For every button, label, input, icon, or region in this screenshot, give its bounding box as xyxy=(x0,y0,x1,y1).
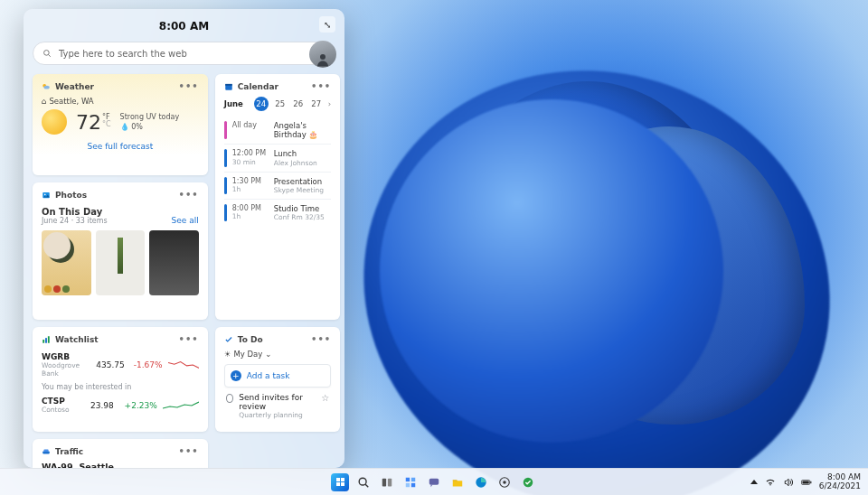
panel-clock: 8:00 AM xyxy=(159,20,209,33)
card-title: Weather xyxy=(55,82,94,91)
chevron-down-icon: ⌄ xyxy=(265,350,271,359)
avatar[interactable] xyxy=(309,41,336,68)
system-tray[interactable]: 8:00 AM 6/24/2021 xyxy=(750,473,861,491)
weather-card[interactable]: Weather ••• ⌂Seattle, WA 72 °F°C Strong … xyxy=(33,74,208,175)
battery-icon xyxy=(801,477,812,488)
sparkline-icon xyxy=(163,400,199,411)
sun-icon xyxy=(42,109,67,135)
watchlist-icon xyxy=(42,335,51,344)
checkbox-icon[interactable] xyxy=(226,394,234,403)
volume-icon xyxy=(783,477,794,488)
weather-icon xyxy=(42,82,51,91)
more-icon[interactable]: ••• xyxy=(179,81,199,91)
card-title: Calendar xyxy=(238,82,278,91)
svg-point-4 xyxy=(44,85,50,89)
traffic-route: WA-99, Seattle xyxy=(42,462,199,468)
photo-thumb[interactable] xyxy=(96,230,146,295)
expand-icon[interactable]: ⤡ xyxy=(319,16,335,33)
chevron-right-icon[interactable]: › xyxy=(328,99,331,108)
widgets-button[interactable] xyxy=(401,473,420,491)
svg-rect-10 xyxy=(45,338,47,343)
svg-rect-9 xyxy=(42,340,44,343)
photos-heading: On This Day xyxy=(42,207,108,217)
taskbar: 8:00 AM 6/24/2021 xyxy=(0,468,868,495)
widgets-panel: 8:00 AM ⤡ Type here to search the web We… xyxy=(24,9,344,468)
search-input[interactable]: Type here to search the web xyxy=(33,42,335,65)
edge-button[interactable] xyxy=(472,473,490,491)
svg-point-0 xyxy=(44,51,50,56)
todo-card[interactable]: To Do ••• ☀ My Day ⌄ + Add a task Send i… xyxy=(215,327,340,432)
svg-rect-11 xyxy=(48,336,50,343)
temperature: 72 °F°C xyxy=(76,111,111,134)
traffic-card[interactable]: Traffic ••• WA-99, Seattle Moderate traf… xyxy=(33,439,208,468)
svg-point-2 xyxy=(320,54,326,60)
svg-rect-21 xyxy=(411,482,415,486)
sparkline-icon xyxy=(168,360,199,370)
svg-rect-17 xyxy=(388,478,392,486)
svg-rect-29 xyxy=(810,481,811,482)
app-icon[interactable] xyxy=(495,473,514,491)
watchlist-card[interactable]: Watchlist ••• WGRBWoodgrove Bank 435.75 … xyxy=(33,327,208,432)
svg-rect-13 xyxy=(44,449,49,452)
calendar-event[interactable]: 1:30 PM1h PresentationSkype Meeting xyxy=(224,172,331,199)
calendar-event[interactable]: 8:00 PM1h Studio TimeConf Rm 32/35 xyxy=(224,199,331,226)
taskview-button[interactable] xyxy=(378,473,396,491)
photos-sub: June 24 · 33 items xyxy=(42,217,108,225)
todo-task[interactable]: Send invites for reviewQuarterly plannin… xyxy=(224,388,331,425)
svg-rect-20 xyxy=(406,482,410,486)
start-button[interactable] xyxy=(331,473,349,491)
photos-icon xyxy=(42,191,51,200)
search-button[interactable] xyxy=(354,473,373,491)
photo-thumbs xyxy=(42,230,199,295)
more-icon[interactable]: ••• xyxy=(311,81,331,91)
svg-rect-28 xyxy=(802,481,808,483)
svg-point-25 xyxy=(503,481,506,484)
see-all-link[interactable]: See all xyxy=(172,216,199,225)
more-icon[interactable]: ••• xyxy=(311,334,331,344)
add-task-input[interactable]: + Add a task xyxy=(224,364,331,388)
svg-line-1 xyxy=(49,55,51,57)
svg-rect-22 xyxy=(429,478,439,484)
photo-thumb[interactable] xyxy=(149,230,199,295)
plus-icon: + xyxy=(231,370,241,381)
card-title: Watchlist xyxy=(55,335,99,344)
calendar-days: June 24 25 26 27 › xyxy=(224,97,331,111)
myday-selector[interactable]: ☀ My Day ⌄ xyxy=(224,350,331,359)
calendar-events: All day Angela's Birthday 🎂 12:00 PM30 m… xyxy=(224,117,331,226)
droplet-icon: 💧 xyxy=(120,123,129,131)
todo-icon xyxy=(224,335,233,344)
calendar-icon xyxy=(224,82,233,91)
more-icon[interactable]: ••• xyxy=(179,190,199,200)
svg-point-8 xyxy=(44,193,46,195)
explorer-button[interactable] xyxy=(448,473,467,491)
watchlist-row[interactable]: CTSPContoso 23.98 +2.23% xyxy=(42,394,199,416)
traffic-icon xyxy=(42,447,51,456)
more-icon[interactable]: ••• xyxy=(179,446,199,456)
card-title: Photos xyxy=(55,191,87,200)
photo-thumb[interactable] xyxy=(42,230,91,295)
app-icon[interactable] xyxy=(519,473,537,491)
calendar-card[interactable]: Calendar ••• June 24 25 26 27 › All day … xyxy=(215,74,340,320)
svg-point-14 xyxy=(359,478,366,485)
tray-date: 6/24/2021 xyxy=(819,482,861,491)
search-icon xyxy=(42,49,52,58)
forecast-link[interactable]: See full forecast xyxy=(42,142,199,151)
more-icon[interactable]: ••• xyxy=(179,334,199,344)
calendar-event[interactable]: 12:00 PM30 min LunchAlex Johnson xyxy=(224,144,331,171)
watchlist-row[interactable]: WGRBWoodgrove Bank 435.75 -1.67% xyxy=(42,350,199,380)
tray-overflow-icon[interactable] xyxy=(750,480,758,484)
search-placeholder: Type here to search the web xyxy=(59,49,187,59)
calendar-event[interactable]: All day Angela's Birthday 🎂 xyxy=(224,117,331,144)
star-icon[interactable]: ☆ xyxy=(321,393,329,403)
svg-rect-16 xyxy=(382,478,386,486)
svg-rect-18 xyxy=(406,477,410,481)
svg-line-15 xyxy=(365,484,368,487)
photos-card[interactable]: Photos ••• On This Day June 24 · 33 item… xyxy=(33,182,208,320)
card-title: Traffic xyxy=(55,447,83,456)
svg-rect-6 xyxy=(225,83,232,85)
card-title: To Do xyxy=(238,335,263,344)
pin-icon: ⌂ xyxy=(42,97,46,106)
day-selected[interactable]: 24 xyxy=(254,97,269,111)
svg-rect-19 xyxy=(411,477,415,481)
chat-button[interactable] xyxy=(425,473,443,491)
